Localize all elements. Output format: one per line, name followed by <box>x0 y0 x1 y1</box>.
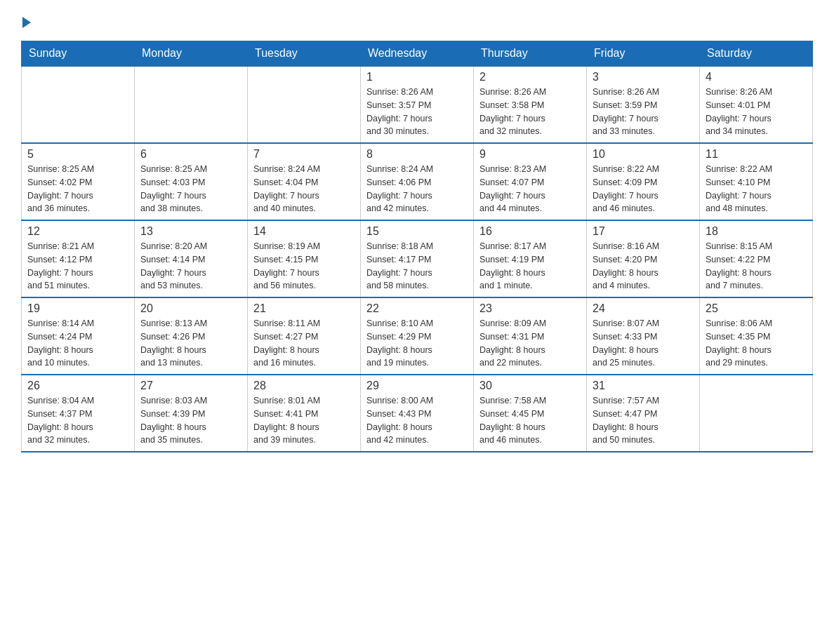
calendar-cell: 2Sunrise: 8:26 AM Sunset: 3:58 PM Daylig… <box>474 66 587 143</box>
day-info: Sunrise: 7:57 AM Sunset: 4:47 PM Dayligh… <box>593 394 694 447</box>
day-number: 16 <box>479 225 581 238</box>
week-row-3: 12Sunrise: 8:21 AM Sunset: 4:12 PM Dayli… <box>22 220 813 297</box>
weekday-header-saturday: Saturday <box>700 41 813 67</box>
day-number: 26 <box>27 380 128 392</box>
calendar-cell <box>22 66 135 143</box>
day-info: Sunrise: 8:07 AM Sunset: 4:33 PM Dayligh… <box>593 317 694 370</box>
day-info: Sunrise: 8:17 AM Sunset: 4:19 PM Dayligh… <box>479 240 581 293</box>
calendar-cell: 1Sunrise: 8:26 AM Sunset: 3:57 PM Daylig… <box>361 66 474 143</box>
day-info: Sunrise: 8:00 AM Sunset: 4:43 PM Dayligh… <box>366 394 468 447</box>
week-row-2: 5Sunrise: 8:25 AM Sunset: 4:02 PM Daylig… <box>22 143 813 220</box>
day-info: Sunrise: 8:24 AM Sunset: 4:04 PM Dayligh… <box>253 163 355 215</box>
day-info: Sunrise: 7:58 AM Sunset: 4:45 PM Dayligh… <box>479 394 581 447</box>
day-info: Sunrise: 8:26 AM Sunset: 3:59 PM Dayligh… <box>593 86 694 138</box>
day-number: 1 <box>366 71 468 83</box>
day-number: 31 <box>593 380 694 392</box>
calendar-cell: 8Sunrise: 8:24 AM Sunset: 4:06 PM Daylig… <box>361 143 474 220</box>
day-info: Sunrise: 8:06 AM Sunset: 4:35 PM Dayligh… <box>706 317 807 370</box>
day-info: Sunrise: 8:10 AM Sunset: 4:29 PM Dayligh… <box>366 317 468 370</box>
day-number: 27 <box>140 380 241 392</box>
calendar-cell: 7Sunrise: 8:24 AM Sunset: 4:04 PM Daylig… <box>248 143 361 220</box>
day-number: 23 <box>479 302 581 315</box>
day-number: 8 <box>366 148 468 161</box>
day-number: 20 <box>140 302 241 315</box>
day-number: 19 <box>27 302 128 315</box>
weekday-header-monday: Monday <box>135 41 248 67</box>
calendar-cell: 30Sunrise: 7:58 AM Sunset: 4:45 PM Dayli… <box>474 375 587 452</box>
day-number: 22 <box>366 302 468 315</box>
day-info: Sunrise: 8:21 AM Sunset: 4:12 PM Dayligh… <box>27 240 128 293</box>
logo-triangle-icon <box>22 17 31 28</box>
day-number: 15 <box>366 225 468 238</box>
day-number: 4 <box>706 71 807 83</box>
day-info: Sunrise: 8:20 AM Sunset: 4:14 PM Dayligh… <box>140 240 241 293</box>
day-info: Sunrise: 8:25 AM Sunset: 4:03 PM Dayligh… <box>140 163 241 215</box>
day-info: Sunrise: 8:13 AM Sunset: 4:26 PM Dayligh… <box>140 317 241 370</box>
day-info: Sunrise: 8:26 AM Sunset: 3:58 PM Dayligh… <box>479 86 581 138</box>
calendar-cell: 24Sunrise: 8:07 AM Sunset: 4:33 PM Dayli… <box>587 297 700 375</box>
day-number: 14 <box>253 225 355 238</box>
calendar-cell: 3Sunrise: 8:26 AM Sunset: 3:59 PM Daylig… <box>587 66 700 143</box>
day-info: Sunrise: 8:26 AM Sunset: 3:57 PM Dayligh… <box>366 86 468 138</box>
calendar-cell: 6Sunrise: 8:25 AM Sunset: 4:03 PM Daylig… <box>135 143 248 220</box>
calendar-cell: 26Sunrise: 8:04 AM Sunset: 4:37 PM Dayli… <box>22 375 135 452</box>
weekday-header-row: SundayMondayTuesdayWednesdayThursdayFrid… <box>22 41 813 67</box>
logo <box>21 14 31 28</box>
page-header <box>21 14 813 28</box>
calendar-cell: 28Sunrise: 8:01 AM Sunset: 4:41 PM Dayli… <box>248 375 361 452</box>
calendar-cell: 21Sunrise: 8:11 AM Sunset: 4:27 PM Dayli… <box>248 297 361 375</box>
calendar-cell: 9Sunrise: 8:23 AM Sunset: 4:07 PM Daylig… <box>474 143 587 220</box>
calendar-cell: 29Sunrise: 8:00 AM Sunset: 4:43 PM Dayli… <box>361 375 474 452</box>
day-number: 9 <box>479 148 581 161</box>
calendar-cell: 17Sunrise: 8:16 AM Sunset: 4:20 PM Dayli… <box>587 220 700 297</box>
week-row-5: 26Sunrise: 8:04 AM Sunset: 4:37 PM Dayli… <box>22 375 813 452</box>
calendar-cell: 12Sunrise: 8:21 AM Sunset: 4:12 PM Dayli… <box>22 220 135 297</box>
day-info: Sunrise: 8:15 AM Sunset: 4:22 PM Dayligh… <box>706 240 807 293</box>
calendar-cell: 22Sunrise: 8:10 AM Sunset: 4:29 PM Dayli… <box>361 297 474 375</box>
day-number: 11 <box>706 148 807 161</box>
calendar-cell: 16Sunrise: 8:17 AM Sunset: 4:19 PM Dayli… <box>474 220 587 297</box>
calendar-cell: 19Sunrise: 8:14 AM Sunset: 4:24 PM Dayli… <box>22 297 135 375</box>
day-info: Sunrise: 8:26 AM Sunset: 4:01 PM Dayligh… <box>706 86 807 138</box>
calendar-cell <box>135 66 248 143</box>
weekday-header-tuesday: Tuesday <box>248 41 361 67</box>
day-number: 21 <box>253 302 355 315</box>
calendar-cell: 14Sunrise: 8:19 AM Sunset: 4:15 PM Dayli… <box>248 220 361 297</box>
day-number: 2 <box>479 71 581 83</box>
weekday-header-sunday: Sunday <box>22 41 135 67</box>
day-number: 12 <box>27 225 128 238</box>
calendar-cell: 15Sunrise: 8:18 AM Sunset: 4:17 PM Dayli… <box>361 220 474 297</box>
calendar-cell: 27Sunrise: 8:03 AM Sunset: 4:39 PM Dayli… <box>135 375 248 452</box>
day-info: Sunrise: 8:03 AM Sunset: 4:39 PM Dayligh… <box>140 394 241 447</box>
day-info: Sunrise: 8:14 AM Sunset: 4:24 PM Dayligh… <box>27 317 128 370</box>
weekday-header-thursday: Thursday <box>474 41 587 67</box>
day-info: Sunrise: 8:18 AM Sunset: 4:17 PM Dayligh… <box>366 240 468 293</box>
day-info: Sunrise: 8:19 AM Sunset: 4:15 PM Dayligh… <box>253 240 355 293</box>
calendar-cell: 13Sunrise: 8:20 AM Sunset: 4:14 PM Dayli… <box>135 220 248 297</box>
day-number: 6 <box>140 148 241 161</box>
calendar-cell: 23Sunrise: 8:09 AM Sunset: 4:31 PM Dayli… <box>474 297 587 375</box>
day-number: 10 <box>593 148 694 161</box>
day-info: Sunrise: 8:22 AM Sunset: 4:10 PM Dayligh… <box>706 163 807 215</box>
day-number: 24 <box>593 302 694 315</box>
calendar-table: SundayMondayTuesdayWednesdayThursdayFrid… <box>21 41 813 452</box>
day-info: Sunrise: 8:22 AM Sunset: 4:09 PM Dayligh… <box>593 163 694 215</box>
week-row-4: 19Sunrise: 8:14 AM Sunset: 4:24 PM Dayli… <box>22 297 813 375</box>
day-info: Sunrise: 8:11 AM Sunset: 4:27 PM Dayligh… <box>253 317 355 370</box>
day-info: Sunrise: 8:24 AM Sunset: 4:06 PM Dayligh… <box>366 163 468 215</box>
day-number: 29 <box>366 380 468 392</box>
day-number: 28 <box>253 380 355 392</box>
calendar-cell: 5Sunrise: 8:25 AM Sunset: 4:02 PM Daylig… <box>22 143 135 220</box>
week-row-1: 1Sunrise: 8:26 AM Sunset: 3:57 PM Daylig… <box>22 66 813 143</box>
calendar-cell: 11Sunrise: 8:22 AM Sunset: 4:10 PM Dayli… <box>700 143 813 220</box>
day-number: 18 <box>706 225 807 238</box>
day-number: 7 <box>253 148 355 161</box>
day-info: Sunrise: 8:16 AM Sunset: 4:20 PM Dayligh… <box>593 240 694 293</box>
calendar-cell: 31Sunrise: 7:57 AM Sunset: 4:47 PM Dayli… <box>587 375 700 452</box>
day-number: 17 <box>593 225 694 238</box>
calendar-cell: 18Sunrise: 8:15 AM Sunset: 4:22 PM Dayli… <box>700 220 813 297</box>
weekday-header-friday: Friday <box>587 41 700 67</box>
calendar-cell <box>248 66 361 143</box>
calendar-cell: 4Sunrise: 8:26 AM Sunset: 4:01 PM Daylig… <box>700 66 813 143</box>
day-number: 13 <box>140 225 241 238</box>
